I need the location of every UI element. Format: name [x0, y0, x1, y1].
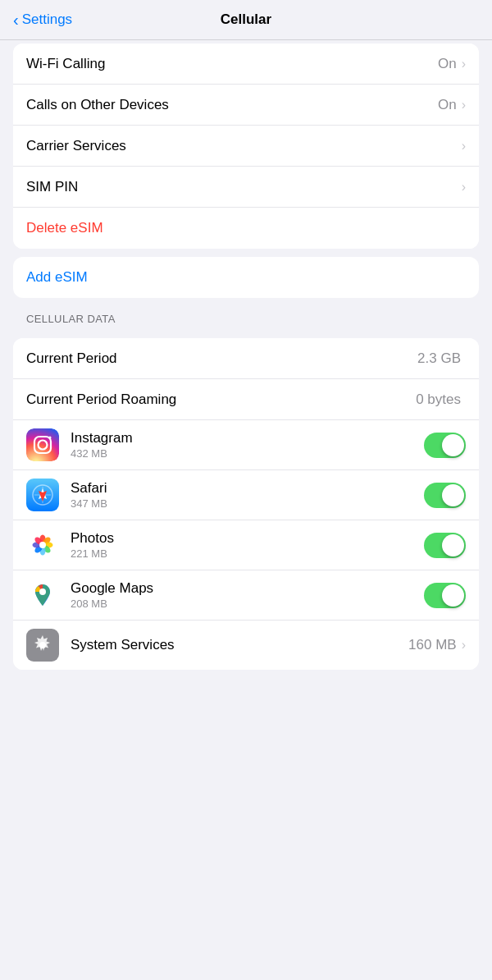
svg-point-3 — [49, 437, 52, 439]
instagram-size: 432 MB — [71, 447, 424, 460]
wifi-calling-row[interactable]: Wi-Fi Calling On › — [13, 44, 479, 85]
page-title: Cellular — [221, 11, 271, 28]
wifi-calling-value: On — [438, 56, 457, 72]
safari-toggle[interactable] — [424, 483, 466, 508]
calls-other-devices-chevron-icon: › — [462, 98, 466, 112]
carrier-services-chevron-icon: › — [462, 139, 466, 153]
cellular-data-group: Current Period 2.3 GB Current Period Roa… — [13, 338, 479, 670]
instagram-row[interactable]: Instagram 432 MB — [13, 420, 479, 470]
svg-point-18 — [39, 542, 46, 548]
safari-icon — [26, 479, 59, 511]
system-services-value: 160 MB — [408, 637, 457, 653]
google-maps-toggle[interactable] — [424, 583, 466, 608]
cellular-data-section-header: CELLULAR DATA — [0, 306, 492, 330]
google-maps-icon — [26, 579, 59, 611]
google-maps-size: 208 MB — [71, 598, 424, 610]
add-esim-group: Add eSIM — [13, 257, 479, 298]
photos-size: 221 MB — [71, 547, 424, 560]
current-period-row: Current Period 2.3 GB — [13, 338, 479, 379]
instagram-toggle[interactable] — [424, 433, 466, 458]
calls-other-devices-value: On — [438, 97, 457, 113]
system-services-row[interactable]: System Services 160 MB › — [13, 621, 479, 670]
google-maps-info: Google Maps 208 MB — [71, 580, 424, 610]
delete-esim-label: Delete eSIM — [26, 220, 466, 236]
google-maps-toggle-knob — [442, 584, 464, 607]
safari-size: 347 MB — [71, 497, 424, 510]
photos-info: Photos 221 MB — [71, 530, 424, 560]
instagram-name: Instagram — [71, 430, 424, 446]
sim-pin-row[interactable]: SIM PIN › — [13, 167, 479, 208]
wifi-calling-label: Wi-Fi Calling — [26, 56, 438, 72]
wifi-calling-chevron-icon: › — [462, 57, 466, 71]
delete-esim-row[interactable]: Delete eSIM — [13, 208, 479, 249]
current-period-roaming-label: Current Period Roaming — [26, 392, 416, 408]
safari-toggle-knob — [442, 484, 464, 506]
photos-icon — [26, 529, 59, 561]
svg-point-20 — [39, 588, 46, 595]
instagram-info: Instagram 432 MB — [71, 430, 424, 460]
instagram-toggle-knob — [442, 434, 464, 456]
instagram-icon — [26, 428, 59, 461]
google-maps-row[interactable]: Google Maps 208 MB — [13, 570, 479, 621]
add-esim-label: Add eSIM — [26, 269, 466, 286]
carrier-services-row[interactable]: Carrier Services › — [13, 126, 479, 167]
system-services-name: System Services — [71, 637, 408, 653]
back-chevron-icon: ‹ — [13, 11, 19, 30]
photos-name: Photos — [71, 530, 424, 547]
svg-rect-0 — [26, 428, 59, 461]
system-services-info: System Services — [71, 637, 408, 653]
current-period-roaming-row: Current Period Roaming 0 bytes — [13, 379, 479, 420]
current-period-roaming-value: 0 bytes — [416, 392, 461, 408]
photos-toggle-knob — [442, 534, 464, 556]
back-button[interactable]: ‹ Settings — [13, 11, 72, 30]
google-maps-name: Google Maps — [71, 580, 424, 597]
sim-pin-label: SIM PIN — [26, 179, 462, 195]
nav-header: ‹ Settings Cellular — [0, 0, 492, 40]
sim-pin-chevron-icon: › — [462, 180, 466, 195]
current-period-label: Current Period — [26, 350, 417, 367]
safari-row[interactable]: Safari 347 MB — [13, 470, 479, 520]
current-period-value: 2.3 GB — [417, 350, 461, 367]
add-esim-row[interactable]: Add eSIM — [13, 257, 479, 298]
system-services-icon — [26, 629, 59, 662]
system-services-chevron-icon: › — [462, 638, 466, 653]
calls-other-devices-row[interactable]: Calls on Other Devices On › — [13, 85, 479, 126]
calls-other-devices-label: Calls on Other Devices — [26, 97, 438, 113]
back-label: Settings — [22, 11, 72, 28]
photos-toggle[interactable] — [424, 533, 466, 558]
photos-row[interactable]: Photos 221 MB — [13, 520, 479, 570]
safari-name: Safari — [71, 480, 424, 497]
safari-info: Safari 347 MB — [71, 480, 424, 510]
carrier-services-label: Carrier Services — [26, 138, 462, 154]
sim-settings-group: Wi-Fi Calling On › Calls on Other Device… — [13, 44, 479, 249]
